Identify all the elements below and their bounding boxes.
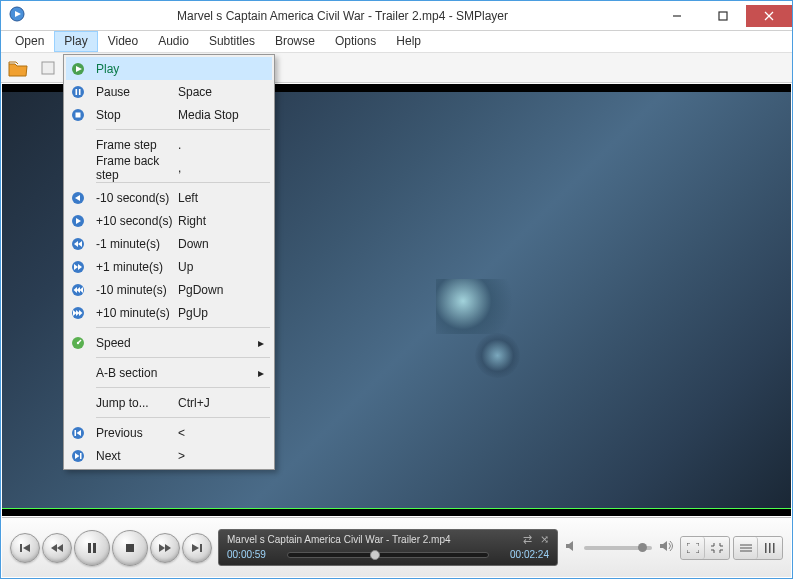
fwd1-icon bbox=[66, 209, 90, 232]
forward-button[interactable] bbox=[150, 533, 180, 563]
menu-item-label: Play bbox=[90, 62, 178, 76]
menu-item-pause[interactable]: PauseSpace bbox=[66, 80, 272, 103]
submenu-arrow-icon: ▸ bbox=[258, 336, 272, 350]
menu-item-label: +10 minute(s) bbox=[90, 306, 178, 320]
volume-thumb[interactable] bbox=[638, 543, 647, 552]
menu-video[interactable]: Video bbox=[98, 31, 148, 52]
menu-item-stop[interactable]: StopMedia Stop bbox=[66, 103, 272, 126]
menu-separator bbox=[96, 182, 270, 183]
seek-thumb[interactable] bbox=[370, 550, 380, 560]
time-elapsed: 00:00:59 bbox=[227, 549, 279, 560]
menu-play[interactable]: Play bbox=[54, 31, 97, 52]
app-icon bbox=[9, 6, 25, 25]
menu-options[interactable]: Options bbox=[325, 31, 386, 52]
menu-item-label: Speed bbox=[90, 336, 178, 350]
menu-item-1-minute-s[interactable]: -1 minute(s)Down bbox=[66, 232, 272, 255]
menu-subtitles[interactable]: Subtitles bbox=[199, 31, 265, 52]
svg-marker-60 bbox=[192, 544, 199, 552]
menu-item-label: Stop bbox=[90, 108, 178, 122]
menu-item-label: Next bbox=[90, 449, 178, 463]
maximize-button[interactable] bbox=[700, 5, 746, 27]
window-title: Marvel s Captain America Civil War - Tra… bbox=[31, 9, 654, 23]
menu-item-jump-to[interactable]: Jump to...Ctrl+J bbox=[66, 391, 272, 414]
menubar: OpenPlayVideoAudioSubtitlesBrowseOptions… bbox=[1, 31, 792, 53]
right-buttons bbox=[680, 536, 783, 560]
menu-open[interactable]: Open bbox=[5, 31, 54, 52]
menu-item-previous[interactable]: Previous< bbox=[66, 421, 272, 444]
toolbar-prev-icon[interactable] bbox=[35, 55, 61, 81]
blank-icon bbox=[66, 391, 90, 414]
menu-item-shortcut: , bbox=[178, 161, 258, 175]
menu-item-frame-back-step[interactable]: Frame back step, bbox=[66, 156, 272, 179]
menu-item-10-second-s[interactable]: +10 second(s)Right bbox=[66, 209, 272, 232]
volume-icon[interactable] bbox=[658, 539, 674, 556]
repeat-icon[interactable]: ⇄ bbox=[523, 533, 532, 546]
speed-icon bbox=[66, 331, 90, 354]
back1-icon bbox=[66, 186, 90, 209]
menu-item-speed[interactable]: Speed▸ bbox=[66, 331, 272, 354]
shuffle-icon[interactable]: ⤨ bbox=[540, 533, 549, 546]
menu-item-10-second-s[interactable]: -10 second(s)Left bbox=[66, 186, 272, 209]
fullscreen-button[interactable] bbox=[681, 537, 705, 559]
menu-browse[interactable]: Browse bbox=[265, 31, 325, 52]
svg-rect-57 bbox=[126, 544, 134, 552]
blank-icon bbox=[66, 156, 90, 179]
volume-area bbox=[564, 539, 674, 556]
menu-item-label: -1 minute(s) bbox=[90, 237, 178, 251]
mute-icon[interactable] bbox=[564, 539, 578, 556]
rewind-button[interactable] bbox=[42, 533, 72, 563]
svg-rect-6 bbox=[42, 62, 54, 74]
pause-button[interactable] bbox=[74, 530, 110, 566]
window-buttons bbox=[654, 5, 792, 27]
skip-prev-button[interactable] bbox=[10, 533, 40, 563]
svg-rect-61 bbox=[200, 544, 202, 552]
menu-item-label: Frame back step bbox=[90, 154, 178, 182]
stop-button[interactable] bbox=[112, 530, 148, 566]
back2-icon bbox=[66, 232, 90, 255]
menu-separator bbox=[96, 129, 270, 130]
svg-rect-69 bbox=[773, 543, 775, 553]
menu-item-shortcut: Ctrl+J bbox=[178, 396, 258, 410]
volume-slider[interactable] bbox=[584, 546, 652, 550]
seek-bar[interactable] bbox=[287, 552, 489, 558]
svg-point-44 bbox=[77, 341, 79, 343]
menu-item-a-b-section[interactable]: A-B section▸ bbox=[66, 361, 272, 384]
titlebar: Marvel s Captain America Civil War - Tra… bbox=[1, 1, 792, 31]
svg-marker-63 bbox=[660, 541, 667, 551]
menu-item-play[interactable]: Play bbox=[66, 57, 272, 80]
open-file-button[interactable] bbox=[5, 55, 31, 81]
menu-item-label: +10 second(s) bbox=[90, 214, 178, 228]
play-icon bbox=[66, 57, 90, 80]
svg-rect-3 bbox=[719, 12, 727, 20]
menu-item-label: Pause bbox=[90, 85, 178, 99]
equalizer-button[interactable] bbox=[758, 537, 782, 559]
fwd3-icon bbox=[66, 301, 90, 324]
menu-audio[interactable]: Audio bbox=[148, 31, 199, 52]
close-button[interactable] bbox=[746, 5, 792, 27]
info-panel: Marvel s Captain America Civil War - Tra… bbox=[218, 529, 558, 566]
playback-buttons bbox=[10, 530, 212, 566]
minimize-button[interactable] bbox=[654, 5, 700, 27]
playlist-button[interactable] bbox=[734, 537, 758, 559]
menu-item-1-minute-s[interactable]: +1 minute(s)Up bbox=[66, 255, 272, 278]
svg-marker-54 bbox=[57, 544, 63, 552]
menu-item-shortcut: . bbox=[178, 138, 258, 152]
menu-item-shortcut: Up bbox=[178, 260, 258, 274]
submenu-arrow-icon: ▸ bbox=[258, 366, 272, 380]
skip-next-button[interactable] bbox=[182, 533, 212, 563]
menu-help[interactable]: Help bbox=[386, 31, 431, 52]
controls: Marvel s Captain America Civil War - Tra… bbox=[2, 517, 791, 577]
svg-rect-56 bbox=[93, 543, 96, 553]
menu-item-10-minute-s[interactable]: +10 minute(s)PgUp bbox=[66, 301, 272, 324]
menu-item-label: -10 minute(s) bbox=[90, 283, 178, 297]
svg-rect-46 bbox=[75, 430, 77, 436]
menu-item-label: Previous bbox=[90, 426, 178, 440]
svg-rect-67 bbox=[765, 543, 767, 553]
menu-item-label: -10 second(s) bbox=[90, 191, 178, 205]
play-menu-dropdown: PlayPauseSpaceStopMedia StopFrame step.F… bbox=[63, 54, 275, 470]
menu-item-next[interactable]: Next> bbox=[66, 444, 272, 467]
compact-button[interactable] bbox=[705, 537, 729, 559]
panel-icons: ⇄ ⤨ bbox=[523, 533, 549, 546]
menu-item-shortcut: < bbox=[178, 426, 258, 440]
menu-item-10-minute-s[interactable]: -10 minute(s)PgDown bbox=[66, 278, 272, 301]
